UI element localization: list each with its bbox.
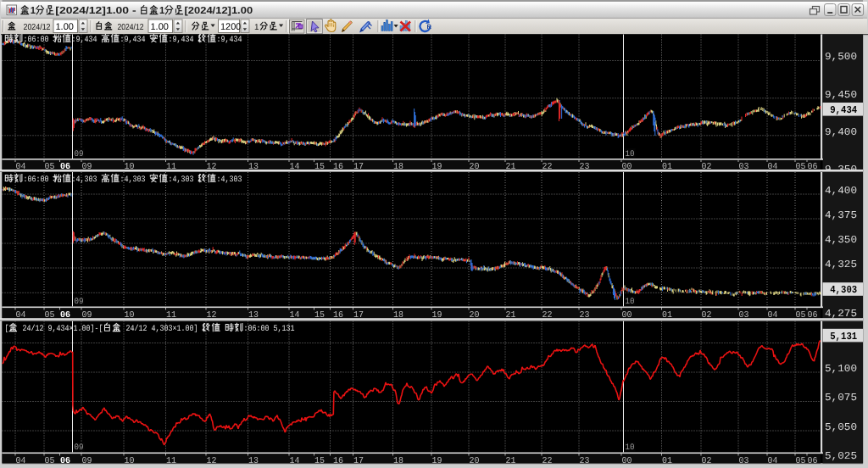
- svg-text:10: 10: [626, 298, 635, 307]
- svg-text::4,303: :4,303: [120, 176, 150, 185]
- svg-text::9,434: :9,434: [120, 36, 150, 45]
- svg-text:09: 09: [75, 150, 84, 159]
- svg-text:20: 20: [470, 456, 480, 466]
- svg-text:9,500: 9,500: [825, 51, 857, 63]
- svg-text:23: 23: [580, 456, 590, 466]
- svg-text:11: 11: [166, 456, 176, 466]
- svg-text:4,325: 4,325: [825, 259, 857, 270]
- svg-text:[2024/12]1.00 -: [2024/12]1.00 -: [55, 6, 139, 16]
- svg-text:15: 15: [314, 456, 325, 466]
- svg-text::9,434: :9,434: [72, 36, 102, 45]
- svg-text:1: 1: [159, 6, 165, 16]
- svg-text:09: 09: [75, 443, 84, 453]
- svg-text:×1.00]-[: ×1.00]-[: [70, 324, 103, 334]
- svg-text:05: 05: [45, 456, 55, 466]
- svg-text:10: 10: [626, 150, 635, 159]
- svg-text:24/12 4,303: 24/12 4,303: [122, 324, 173, 334]
- svg-text:12: 12: [207, 456, 217, 466]
- svg-text:04: 04: [16, 456, 26, 466]
- svg-text:24/12 9,434: 24/12 9,434: [19, 324, 70, 334]
- svg-text:1: 1: [254, 23, 259, 32]
- svg-text:4,303: 4,303: [830, 284, 857, 296]
- svg-text:01: 01: [662, 456, 672, 466]
- svg-text:03: 03: [739, 456, 749, 466]
- svg-text:9,450: 9,450: [825, 89, 857, 101]
- svg-text:4,350: 4,350: [825, 234, 857, 246]
- svg-text:5,050: 5,050: [825, 421, 857, 433]
- svg-text:9,434: 9,434: [830, 104, 857, 116]
- svg-text::4,303: :4,303: [72, 176, 102, 185]
- svg-text:4,375: 4,375: [825, 209, 857, 221]
- svg-text:10: 10: [626, 443, 635, 453]
- svg-text:1.00: 1.00: [151, 22, 169, 32]
- svg-text::06:00 5,131: :06:00 5,131: [244, 325, 295, 334]
- svg-text::06:00: :06:00: [24, 176, 53, 185]
- svg-text::06:00: :06:00: [24, 36, 53, 45]
- svg-text:09: 09: [75, 298, 84, 307]
- svg-text:2024/12: 2024/12: [118, 23, 144, 32]
- svg-text:×1.00]: ×1.00]: [173, 324, 203, 334]
- svg-text:06: 06: [60, 456, 70, 466]
- svg-text:13: 13: [248, 456, 259, 466]
- svg-text:05: 05: [796, 456, 806, 466]
- svg-text:1200: 1200: [220, 22, 241, 32]
- svg-text:4,275: 4,275: [825, 308, 857, 320]
- svg-text:1.00: 1.00: [56, 22, 74, 32]
- svg-text:19: 19: [432, 456, 442, 466]
- svg-text:16: 16: [333, 456, 343, 466]
- svg-text:1: 1: [31, 6, 36, 16]
- svg-text:5,131: 5,131: [830, 331, 857, 343]
- svg-text:[: [: [5, 324, 9, 334]
- svg-text:5,025: 5,025: [825, 450, 857, 462]
- svg-text:R: R: [427, 23, 432, 31]
- svg-text:5,100: 5,100: [825, 363, 857, 375]
- svg-text:21: 21: [506, 456, 516, 466]
- svg-text:06: 06: [808, 456, 818, 466]
- svg-text:10: 10: [125, 456, 135, 466]
- svg-text:00: 00: [622, 456, 632, 466]
- svg-text:02: 02: [702, 456, 712, 466]
- svg-text:14: 14: [290, 456, 300, 466]
- svg-text:2024/12: 2024/12: [24, 23, 51, 32]
- svg-text:18: 18: [393, 456, 403, 466]
- svg-text:[2024/12]1.00: [2024/12]1.00: [185, 6, 253, 16]
- svg-text:4,400: 4,400: [825, 185, 857, 197]
- svg-text:09: 09: [82, 456, 92, 466]
- svg-text::9,434: :9,434: [217, 36, 242, 45]
- svg-text:22: 22: [542, 456, 553, 466]
- svg-text:17: 17: [353, 456, 364, 466]
- svg-text:5,075: 5,075: [825, 392, 857, 404]
- svg-text::4,303: :4,303: [217, 176, 242, 185]
- svg-text:9,400: 9,400: [825, 126, 857, 138]
- svg-text::9,434: :9,434: [169, 36, 198, 45]
- svg-text::4,303: :4,303: [169, 176, 198, 185]
- svg-text:04: 04: [768, 456, 778, 466]
